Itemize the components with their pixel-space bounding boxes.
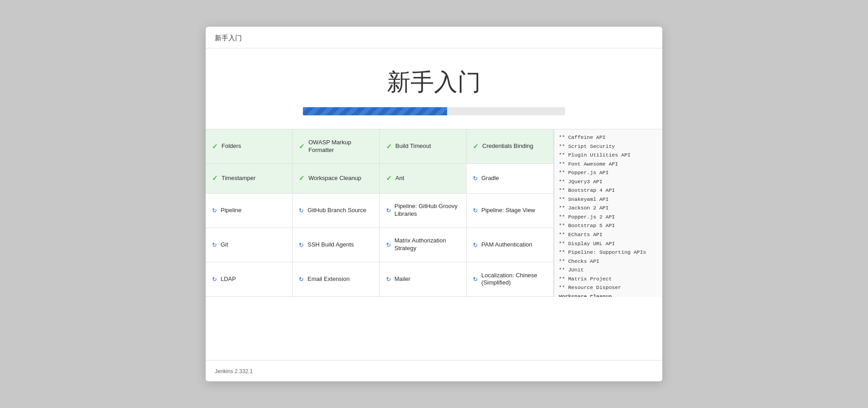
sidebar-item: ** Font Awesome API — [559, 160, 658, 169]
sidebar-item: ** Jackson 2 API — [559, 204, 658, 213]
plugin-name: LDAP — [221, 275, 236, 283]
empty-area — [206, 297, 662, 360]
plugin-cell: ✓Workspace Cleanup — [292, 164, 379, 193]
sidebar-item: ** Bootstrap 4 API — [559, 186, 658, 195]
plugin-cell: ✓Ant — [380, 164, 467, 193]
plugin-cell: ↻Git — [206, 228, 292, 262]
sidebar-item: Workspace Cleanup — [559, 292, 658, 297]
sidebar-item: ** ECharts API — [559, 230, 658, 239]
sidebar-item: ** Popper.js API — [559, 168, 658, 177]
sidebar-item: ** Caffeine API — [559, 133, 658, 142]
plugins-section: ✓Folders✓OWASP Markup Formatter✓Build Ti… — [206, 129, 662, 297]
plugin-name: Git — [221, 241, 228, 249]
plugin-cell: ✓Build Timeout — [380, 129, 467, 164]
plugin-cell: ↻Mailer — [380, 262, 467, 297]
sidebar-item: ** Plugin Utilities API — [559, 151, 658, 160]
hero-section: 新手入门 — [206, 48, 662, 129]
check-icon: ✓ — [212, 174, 218, 182]
refresh-icon: ↻ — [473, 207, 478, 214]
plugin-name: Workspace Cleanup — [308, 175, 361, 182]
sidebar-item: ** Pipeline: Supporting APIs — [559, 248, 658, 257]
window-title: 新手入门 — [215, 34, 242, 42]
check-icon: ✓ — [386, 142, 392, 151]
progress-bar-fill — [303, 107, 447, 115]
plugin-name: Timestamper — [222, 175, 255, 182]
check-icon: ✓ — [299, 142, 305, 151]
hero-title: 新手入门 — [387, 66, 481, 98]
refresh-icon: ↻ — [299, 207, 304, 214]
footer-version: Jenkins 2.332.1 — [215, 368, 253, 375]
refresh-icon: ↻ — [386, 242, 391, 248]
plugin-cell: ↻Email Extension — [292, 262, 379, 297]
plugin-cell: ✓Credentials Binding — [467, 129, 553, 164]
plugin-cell: ↻LDAP — [206, 262, 292, 297]
plugin-name: Mailer — [395, 275, 410, 283]
refresh-icon: ↻ — [299, 242, 304, 248]
sidebar-item: ** Resource Disposer — [559, 283, 658, 292]
plugin-cell: ↻SSH Build Agents — [292, 228, 379, 262]
refresh-icon: ↻ — [212, 242, 217, 248]
plugin-name: Matrix Authorization Strategy — [395, 237, 460, 252]
plugins-grid: ✓Folders✓OWASP Markup Formatter✓Build Ti… — [206, 129, 554, 297]
plugin-cell: ↻Pipeline: GitHub Groovy Libraries — [380, 194, 467, 228]
sidebar-item: ** JUnit — [559, 266, 658, 275]
plugin-cell: ✓Folders — [206, 129, 292, 164]
refresh-icon: ↻ — [473, 175, 478, 182]
plugin-name: Pipeline: GitHub Groovy Libraries — [395, 203, 460, 218]
sidebar-item: ** Checks API — [559, 257, 658, 266]
plugin-cell: ✓Timestamper — [206, 164, 292, 193]
plugin-name: GitHub Branch Source — [307, 207, 366, 214]
plugin-cell: ↻PAM Authentication — [467, 228, 553, 262]
sidebar-item: ** JQuery3 API — [559, 177, 658, 186]
sidebar-item: ** Matrix Project — [559, 275, 658, 284]
check-icon: ✓ — [386, 174, 392, 182]
refresh-icon: ↻ — [473, 242, 478, 248]
progress-bar-container — [303, 107, 565, 115]
refresh-icon: ↻ — [386, 207, 391, 214]
plugin-name: OWASP Markup Formatter — [308, 139, 373, 154]
plugin-cell: ↻Pipeline — [206, 194, 292, 228]
plugin-name: SSH Build Agents — [307, 241, 354, 249]
refresh-icon: ↻ — [386, 276, 391, 283]
refresh-icon: ↻ — [299, 276, 304, 283]
main-content: 新手入门 ✓Folders✓OWASP Markup Formatter✓Bui… — [206, 48, 662, 360]
check-icon: ✓ — [212, 142, 218, 151]
refresh-icon: ↻ — [212, 207, 217, 214]
plugin-name: Pipeline — [221, 207, 241, 214]
main-window: 新手入门 新手入门 ✓Folders✓OWASP Markup Formatte… — [206, 27, 662, 381]
plugin-name: Build Timeout — [396, 142, 431, 150]
sidebar-item: ** Popper.js 2 API — [559, 213, 658, 222]
plugin-name: Email Extension — [307, 275, 349, 283]
sidebar-item: ** Script Security — [559, 142, 658, 151]
sidebar-list[interactable]: ** Caffeine API** Script Security** Plug… — [554, 129, 662, 297]
plugin-cell: ✓OWASP Markup Formatter — [292, 129, 379, 164]
check-icon: ✓ — [473, 142, 479, 151]
plugin-cell: ↻Gradle — [467, 164, 553, 193]
refresh-icon: ↻ — [212, 276, 217, 283]
refresh-icon: ↻ — [473, 276, 478, 283]
plugin-name: Gradle — [481, 175, 499, 182]
check-icon: ✓ — [299, 174, 305, 182]
plugin-name: Ant — [396, 175, 405, 182]
plugin-cell: ↻Matrix Authorization Strategy — [380, 228, 467, 262]
plugin-cell: ↻GitHub Branch Source — [292, 194, 379, 228]
sidebar-item: ** Display URL API — [559, 239, 658, 248]
plugin-cell: ↻Pipeline: Stage View — [467, 194, 553, 228]
plugin-cell: ↻Localization: Chinese (Simplified) — [467, 262, 553, 297]
plugin-name: Folders — [222, 142, 241, 150]
plugin-name: Pipeline: Stage View — [481, 207, 535, 214]
sidebar-item: ** Bootstrap 5 API — [559, 221, 658, 230]
plugin-name: PAM Authentication — [481, 241, 533, 249]
window-header: 新手入门 — [206, 27, 662, 48]
footer: Jenkins 2.332.1 — [206, 360, 662, 381]
plugin-name: Credentials Binding — [482, 142, 533, 150]
plugin-name: Localization: Chinese (Simplified) — [481, 272, 547, 287]
sidebar-item: ** Snakeyaml API — [559, 195, 658, 204]
